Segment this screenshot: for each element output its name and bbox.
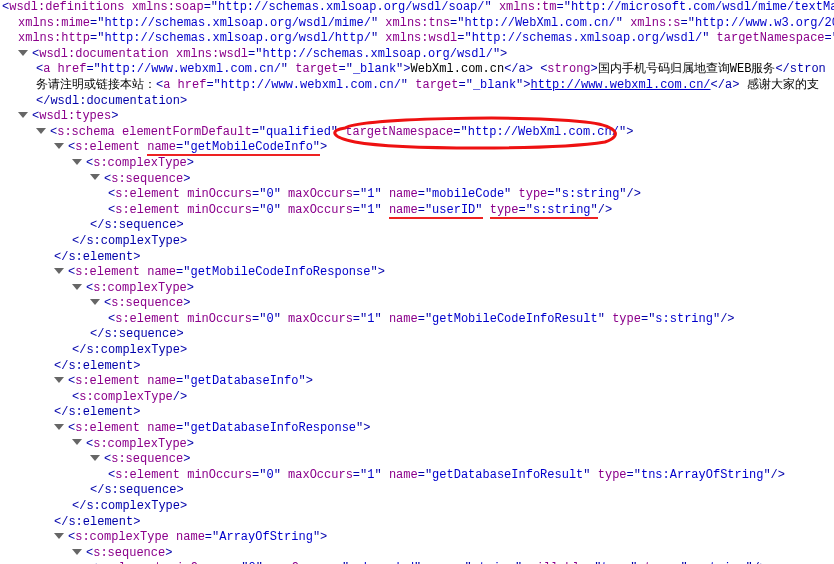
collapse-icon[interactable]	[54, 143, 64, 149]
collapse-icon[interactable]	[90, 299, 100, 305]
el4-child: <s:element minOccurs="0" maxOccurs="1" n…	[108, 468, 834, 484]
el1-complexType[interactable]: <s:complexType>	[72, 156, 834, 172]
collapse-icon[interactable]	[18, 50, 28, 56]
wsdl-documentation-close: </wsdl:documentation>	[36, 94, 834, 110]
el4-complexType[interactable]: <s:complexType>	[72, 437, 834, 453]
el4-close-seq: </s:sequence>	[90, 483, 834, 499]
wsdl-types-open[interactable]: <wsdl:types>	[18, 109, 834, 125]
el3-complexType-empty: <s:complexType/>	[72, 390, 834, 406]
element-getMobileCodeInfo[interactable]: <s:element name="getMobileCodeInfo">	[54, 140, 834, 156]
collapse-icon[interactable]	[54, 533, 64, 539]
documentation-content-1: <a href="http://www.webxml.com.cn/" targ…	[36, 62, 834, 78]
el4-sequence[interactable]: <s:sequence>	[90, 452, 834, 468]
complexType-ArrayOfString[interactable]: <s:complexType name="ArrayOfString">	[54, 530, 834, 546]
element-getDatabaseInfo[interactable]: <s:element name="getDatabaseInfo">	[54, 374, 834, 390]
el1-close-seq: </s:sequence>	[90, 218, 834, 234]
collapse-icon[interactable]	[54, 377, 64, 383]
el3-close-el: </s:element>	[54, 405, 834, 421]
wsdl-definitions-cont2: xmlns:http="http://schemas.xmlsoap.org/w…	[18, 31, 834, 47]
collapse-icon[interactable]	[54, 268, 64, 274]
s-schema-open[interactable]: <s:schema elementFormDefault="qualified"…	[36, 125, 834, 141]
wsdl-documentation-open[interactable]: <wsdl:documentation xmlns:wsdl="http://s…	[18, 47, 834, 63]
collapse-icon[interactable]	[72, 549, 82, 555]
el1-close-el: </s:element>	[54, 250, 834, 266]
element-getDatabaseInfoResponse[interactable]: <s:element name="getDatabaseInfoResponse…	[54, 421, 834, 437]
el4-close-ct: </s:complexType>	[72, 499, 834, 515]
el2-close-seq: </s:sequence>	[90, 327, 834, 343]
collapse-icon[interactable]	[90, 455, 100, 461]
el2-sequence[interactable]: <s:sequence>	[90, 296, 834, 312]
el1-sequence[interactable]: <s:sequence>	[90, 172, 834, 188]
el1-child-userID: <s:element minOccurs="0" maxOccurs="1" n…	[108, 203, 834, 219]
ct-sequence[interactable]: <s:sequence>	[72, 546, 834, 562]
collapse-icon[interactable]	[72, 284, 82, 290]
collapse-icon[interactable]	[72, 439, 82, 445]
collapse-icon[interactable]	[18, 112, 28, 118]
collapse-icon[interactable]	[36, 128, 46, 134]
wsdl-definitions-open: <wsdl:definitions xmlns:soap="http://sch…	[2, 0, 834, 16]
el1-close-ct: </s:complexType>	[72, 234, 834, 250]
collapse-icon[interactable]	[54, 424, 64, 430]
collapse-icon[interactable]	[90, 174, 100, 180]
el4-close-el: </s:element>	[54, 515, 834, 531]
wsdl-definitions-cont1: xmlns:mime="http://schemas.xmlsoap.org/w…	[18, 16, 834, 32]
el1-child-mobileCode: <s:element minOccurs="0" maxOccurs="1" n…	[108, 187, 834, 203]
documentation-content-2: 务请注明或链接本站：<a href="http://www.webxml.com…	[36, 78, 834, 94]
el2-child: <s:element minOccurs="0" maxOccurs="1" n…	[108, 312, 834, 328]
el2-close-el: </s:element>	[54, 359, 834, 375]
collapse-icon[interactable]	[72, 159, 82, 165]
el2-close-ct: </s:complexType>	[72, 343, 834, 359]
element-getMobileCodeInfoResponse[interactable]: <s:element name="getMobileCodeInfoRespon…	[54, 265, 834, 281]
el2-complexType[interactable]: <s:complexType>	[72, 281, 834, 297]
